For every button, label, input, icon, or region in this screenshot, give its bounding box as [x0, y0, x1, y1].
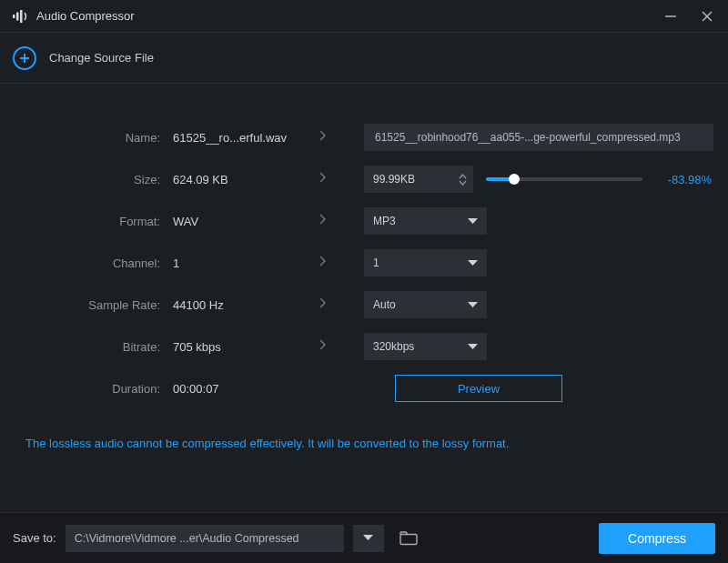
save-path-dropdown[interactable]	[353, 525, 384, 552]
slider-thumb[interactable]	[509, 174, 520, 185]
spinner-up-icon[interactable]	[459, 174, 467, 179]
window-title: Audio Compressor	[36, 9, 662, 23]
size-spinner-value: 99.99KB	[373, 173, 455, 186]
bitrate-label: Bitrate:	[13, 340, 173, 354]
duration-value: 00:00:07	[173, 382, 318, 396]
open-folder-button[interactable]	[393, 525, 424, 552]
channel-select[interactable]: 1	[364, 249, 487, 276]
change-source-label[interactable]: Change Source File	[49, 51, 154, 65]
content-area: Name: 61525__ro...erful.wav 61525__robin…	[0, 84, 728, 459]
format-select-value: MP3	[373, 215, 468, 227]
chevron-right-icon	[318, 255, 328, 271]
add-source-icon[interactable]	[13, 46, 36, 70]
format-select[interactable]: MP3	[364, 207, 487, 235]
name-label: Name:	[13, 131, 173, 145]
format-row: Format: WAV MP3	[13, 200, 715, 242]
source-bar: Change Source File	[0, 33, 728, 84]
chevron-right-icon	[318, 171, 328, 187]
svg-rect-0	[13, 15, 15, 18]
channel-row: Channel: 1 1	[13, 242, 715, 284]
chevron-down-icon	[468, 344, 478, 350]
preview-button[interactable]: Preview	[395, 375, 562, 402]
chevron-down-icon	[468, 260, 478, 266]
size-value: 624.09 KB	[173, 173, 318, 186]
chevron-right-icon	[318, 213, 328, 229]
output-name-text: 61525__robinhood76__aa055-...ge-powerful…	[375, 131, 681, 144]
title-bar: Audio Compressor	[0, 0, 728, 33]
samplerate-select-value: Auto	[373, 298, 468, 311]
channel-value: 1	[173, 256, 318, 270]
save-path-text: C:\Vidmore\Vidmore ...er\Audio Compresse…	[75, 532, 299, 545]
folder-icon	[399, 531, 418, 546]
save-path-field[interactable]: C:\Vidmore\Vidmore ...er\Audio Compresse…	[66, 525, 344, 552]
compress-button[interactable]: Compress	[599, 523, 715, 554]
spinner-down-icon[interactable]	[459, 180, 467, 186]
name-value: 61525__ro...erful.wav	[173, 131, 318, 145]
bitrate-select[interactable]: 320kbps	[364, 333, 487, 360]
chevron-down-icon	[363, 535, 373, 541]
bitrate-value: 705 kbps	[173, 340, 318, 354]
close-button[interactable]	[699, 8, 715, 25]
format-value: WAV	[173, 215, 318, 228]
size-spinner[interactable]: 99.99KB	[364, 166, 473, 193]
svg-rect-2	[20, 10, 23, 23]
footer: Save to: C:\Vidmore\Vidmore ...er\Audio …	[0, 512, 728, 563]
channel-label: Channel:	[13, 256, 173, 270]
duration-label: Duration:	[13, 382, 173, 396]
samplerate-label: Sample Rate:	[13, 298, 173, 312]
samplerate-select[interactable]: Auto	[364, 291, 487, 318]
samplerate-row: Sample Rate: 44100 Hz Auto	[13, 284, 715, 326]
chevron-right-icon	[318, 338, 328, 355]
svg-rect-1	[16, 12, 19, 20]
save-to-label: Save to:	[13, 531, 56, 545]
lossless-note: The lossless audio cannot be compressed …	[13, 409, 715, 450]
output-name-field[interactable]: 61525__robinhood76__aa055-...ge-powerful…	[364, 124, 713, 151]
samplerate-value: 44100 Hz	[173, 298, 318, 312]
chevron-down-icon	[468, 218, 478, 225]
chevron-right-icon	[318, 129, 328, 146]
bitrate-select-value: 320kbps	[373, 340, 468, 353]
app-icon	[13, 10, 29, 23]
minimize-button[interactable]	[662, 8, 679, 25]
bitrate-row: Bitrate: 705 kbps 320kbps	[13, 326, 715, 367]
size-percent: -83.98%	[659, 173, 715, 186]
size-label: Size:	[13, 173, 173, 186]
name-row: Name: 61525__ro...erful.wav 61525__robin…	[13, 116, 715, 158]
channel-select-value: 1	[373, 256, 468, 269]
chevron-right-icon	[318, 297, 328, 313]
size-row: Size: 624.09 KB 99.99KB -83.98%	[13, 158, 715, 200]
window-controls	[662, 8, 715, 25]
format-label: Format:	[13, 215, 173, 228]
svg-rect-8	[400, 534, 417, 544]
chevron-down-icon	[468, 302, 478, 308]
duration-row: Duration: 00:00:07 Preview	[13, 367, 715, 409]
size-slider[interactable]	[486, 177, 642, 181]
